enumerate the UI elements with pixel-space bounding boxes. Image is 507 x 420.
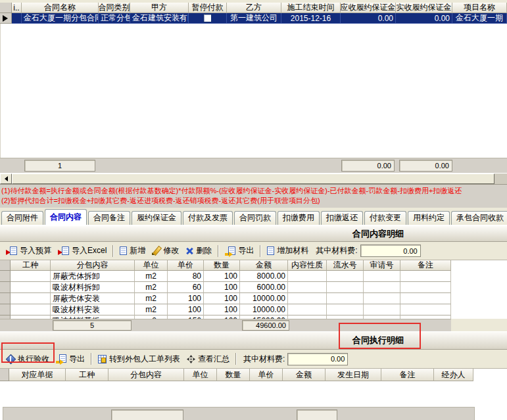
tab-withheld-refund[interactable]: 扣缴返还 [321,211,363,225]
delete-x-icon [185,247,193,255]
scrollbar-thumb[interactable] [12,174,495,184]
cell-contract-name: 金石大厦一期分包合同 [22,13,99,24]
column-header-party-a[interactable]: 甲方 [130,3,189,13]
export-button[interactable]: 导出 [222,244,257,258]
column-header-project-name[interactable]: 项目名称 [452,3,507,13]
column-header-request-no[interactable]: 审请号 [364,260,400,271]
column-header-party-b[interactable]: 乙方 [227,3,281,13]
horizontal-scrollbar[interactable] [0,173,507,184]
column-header-contract-name[interactable]: 合同名称 [22,3,99,13]
toolbar-separator [235,353,237,365]
column-header-unit[interactable]: 单位 [135,260,168,271]
column-header-contract-type[interactable]: 合同类别 [99,3,130,13]
column-header-received-deposit[interactable]: 实收履约保证金 [396,3,452,13]
column-header-quantity[interactable]: 数量 [217,369,250,381]
cell-pause-payment [189,13,227,24]
column-header-remarks[interactable]: 备注 [381,369,434,381]
import-budget-button[interactable]: 导入预算 [3,244,55,258]
column-header-unit-price[interactable]: 单价 [250,369,283,381]
add-button[interactable]: 新增 [116,244,149,258]
pause-payment-checkbox[interactable] [203,14,212,22]
column-header-quantity[interactable]: 数量 [204,260,240,271]
contract-row-selected[interactable]: 金石大厦一期分包合同 正常分包 金石建筑安装有限 第一建筑公司 2015-12-… [0,13,507,24]
content-summary-amount: 49600.00 [242,320,289,331]
payment-formula-notes: (1)待付款金额=执行金额或合同金额(根据付款基数确定)*付款限额%-(应收履约… [0,184,507,208]
material-fee-input[interactable]: 0.00 [360,245,421,257]
column-header-worktype[interactable]: 工种 [66,369,109,381]
column-header-worktype[interactable]: 工种 [11,260,51,271]
cell-qty: 100 [204,293,240,304]
column-header-date[interactable]: 发生日期 [326,369,381,381]
column-header-receivable-deposit[interactable]: 应收履约保证金 [341,3,396,13]
exec-material-fee-input[interactable]: 0.00 [287,353,348,365]
acceptance-diamond-icon [6,354,15,363]
import-budget-label: 导入预算 [20,245,51,256]
toolbar-separator [112,245,114,257]
master-summary-count: 1 [24,160,95,172]
cell-request [364,282,400,293]
tab-contract-attachment[interactable]: 合同附件 [1,211,43,225]
row-header-cell [0,282,11,293]
cell-remarks [400,282,451,293]
content-row[interactable]: 屏蔽壳体拆卸 m2 80 100 8000.00 [0,271,507,282]
column-header-record[interactable]: i.. [12,3,22,13]
exec-summary-amount-box [297,409,337,420]
column-header-serial-no[interactable]: 流水号 [327,260,364,271]
cell-unit: m2 [135,271,168,282]
grid-corner-cell [0,369,9,381]
tab-contract-penalty[interactable]: 合同罚款 [234,211,276,225]
tab-payment-change[interactable]: 付款变更 [364,211,406,225]
edit-label: 修改 [163,245,179,256]
delete-button[interactable]: 删除 [182,244,215,258]
toolbar-separator [218,245,219,257]
cell-worktype [11,293,51,304]
exec-export-icon [56,354,66,363]
exec-export-button[interactable]: 导出 [53,352,88,366]
tab-performance-bond[interactable]: 履约保证金 [132,211,181,225]
goto-outsourcing-list-button[interactable]: 转到外包人工单列表 [95,352,183,366]
tab-contract-remarks[interactable]: 合同备注 [88,211,130,225]
view-summary-button[interactable]: 查看汇总 [183,352,233,366]
cell-unit: m2 [135,282,168,293]
cell-price: 100 [168,304,204,315]
tab-withheld-fees[interactable]: 扣缴费用 [278,211,320,225]
execute-acceptance-button[interactable]: 执行验收 [3,352,53,366]
column-header-handler[interactable]: 经办人 [434,369,473,381]
column-header-amount[interactable]: 金额 [283,369,326,381]
tab-material-agreement[interactable]: 用料约定 [408,211,450,225]
tab-payment-invoice[interactable]: 付款及发票 [183,211,233,225]
column-header-subcontract-content[interactable]: 分包内容 [51,260,135,271]
master-grid-header: i.. 合同名称 合同类别 甲方 暂停付款 乙方 施工结束时间 应收履约保证金 … [0,3,507,13]
row-header-cell [0,304,11,315]
row-header-cell [0,293,11,304]
note-line-1: (1)待付款金额=执行金额或合同金额(根据付款基数确定)*付款限额%-(应收履约… [1,186,507,196]
column-header-unit-price[interactable]: 单价 [168,260,204,271]
column-header-amount[interactable]: 金额 [240,260,288,271]
column-header-remarks[interactable]: 备注 [400,260,451,271]
column-header-related-doc[interactable]: 对应单据 [9,369,66,381]
content-row[interactable]: 吸波材料拆卸 m2 60 100 6000.00 [0,282,507,293]
content-row[interactable]: 屏蔽壳体安装 m2 100 100 10000.00 [0,293,507,304]
edit-button[interactable]: 修改 [149,244,182,258]
content-row[interactable]: 吸波材料安装 m2 100 100 10000.00 [0,304,507,315]
content-summary-band: 5 49600.00 [0,319,451,331]
tab-subcontract-receipts[interactable]: 承包合同收款 [451,211,507,225]
add-material-button[interactable]: 增加材料 [264,244,312,258]
column-header-subcontract-content[interactable]: 分包内容 [109,369,184,381]
column-header-unit[interactable]: 单位 [184,369,217,381]
import-excel-button[interactable]: 导入Excel [55,244,110,258]
cell-nature [288,282,327,293]
column-header-end-date[interactable]: 施工结束时间 [281,3,341,13]
import-excel-label: 导入Excel [72,245,107,256]
scroll-left-button[interactable] [0,174,12,184]
cell-qty: 100 [204,271,240,282]
cell-record [12,13,22,24]
view-summary-icon [187,355,195,363]
content-toolbar: 导入预算 导入Excel 新增 修改 删除 导出 增加材料 其中材料费: [0,242,507,260]
column-header-content-nature[interactable]: 内容性质 [288,260,327,271]
tab-contract-content[interactable]: 合同内容 [45,209,87,225]
master-corner-cell [0,3,12,13]
add-label: 新增 [130,245,145,256]
column-header-pause-payment[interactable]: 暂停付款 [189,3,227,13]
cell-party-a: 金石建筑安装有限 [130,13,189,24]
